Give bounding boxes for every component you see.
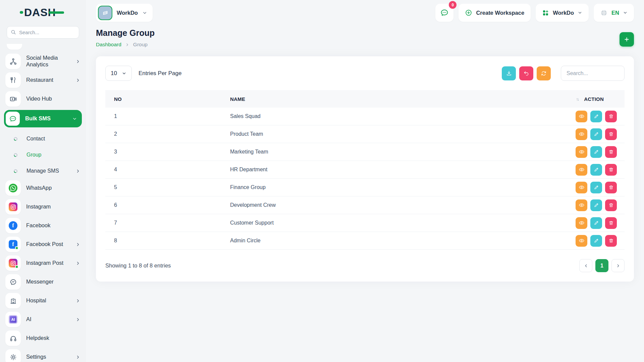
download-icon	[506, 70, 512, 76]
sidebar-item-messenger[interactable]: Messenger	[5, 274, 80, 290]
eye-icon	[579, 149, 585, 155]
sidebar-item-label: WhatsApp	[26, 185, 52, 191]
reset-button[interactable]	[519, 66, 533, 80]
view-button[interactable]	[576, 199, 587, 211]
view-button[interactable]	[576, 146, 587, 158]
scrolled-item-partial	[7, 44, 22, 50]
chevron-down-icon	[623, 10, 628, 15]
row-name: Sales Squad	[230, 113, 552, 119]
edit-button[interactable]	[590, 111, 602, 122]
sidebar-item-label: Contact	[26, 136, 45, 142]
trash-icon	[608, 238, 614, 243]
messages-button[interactable]: 0	[435, 4, 453, 22]
workdo-dropdown[interactable]: WorkDo	[536, 4, 589, 22]
brand-logo[interactable]: DASH	[0, 0, 86, 25]
edit-button[interactable]	[590, 217, 602, 229]
breadcrumb-current: Group	[133, 42, 148, 48]
delete-button[interactable]	[605, 111, 617, 122]
trash-icon	[608, 220, 614, 226]
eye-icon	[579, 167, 585, 173]
export-button[interactable]	[502, 66, 516, 80]
edit-button[interactable]	[590, 146, 602, 158]
edit-button[interactable]	[590, 199, 602, 211]
edit-button[interactable]	[590, 182, 602, 193]
sidebar-item-whatsapp[interactable]: WhatsApp	[5, 180, 80, 196]
entries-summary: Showing 1 to 8 of 8 entries	[105, 262, 171, 269]
breadcrumb-dashboard-link[interactable]: Dashboard	[96, 42, 121, 48]
view-button[interactable]	[576, 182, 587, 193]
delete-button[interactable]	[605, 164, 617, 176]
eye-icon	[579, 113, 585, 119]
view-button[interactable]	[576, 235, 587, 247]
sidebar-search-input[interactable]	[7, 26, 79, 39]
chevron-right-icon	[75, 355, 80, 360]
sidebar-item-label: Group	[26, 152, 41, 158]
sort-icon[interactable]: ↑↓	[576, 97, 578, 102]
delete-button[interactable]	[605, 146, 617, 158]
current-page-button[interactable]: 1	[595, 259, 608, 272]
edit-button[interactable]	[590, 164, 602, 176]
pencil-icon	[594, 131, 599, 137]
delete-button[interactable]	[605, 182, 617, 193]
sidebar-item-label: Social Media Analytics	[26, 55, 72, 68]
column-action: ACTION	[584, 96, 604, 102]
workspace-name: WorkDo	[117, 10, 138, 16]
sidebar-item-bulk-sms[interactable]: Bulk SMS	[4, 110, 82, 127]
notification-badge: 0	[449, 1, 457, 9]
globe-icon	[600, 9, 608, 17]
row-no: 8	[105, 238, 230, 244]
row-name: Product Team	[230, 131, 552, 137]
add-group-button[interactable]	[620, 32, 634, 47]
sidebar-item-instagram[interactable]: Instagram	[5, 199, 80, 215]
sidebar-subitem-contact[interactable]: Contact	[5, 132, 80, 145]
table-header: NO NAME ↑↓ ACTION	[105, 90, 625, 108]
sidebar-item-label: Helpdesk	[26, 335, 49, 342]
sidebar-item-facebook[interactable]: f Facebook	[5, 218, 80, 233]
sidebar-item-instagram-post[interactable]: Instagram Post	[5, 255, 80, 271]
eye-icon	[579, 238, 585, 244]
workspace-selector[interactable]: WorkDo	[96, 4, 153, 22]
view-button[interactable]	[576, 111, 587, 122]
sidebar-subitem-group[interactable]: Group	[5, 148, 80, 162]
table-search-input[interactable]	[561, 66, 625, 81]
entries-per-page-select[interactable]: 10	[105, 66, 132, 81]
sidebar-item-restaurant[interactable]: Restaurant	[5, 72, 80, 88]
grid-plus-icon	[542, 9, 549, 16]
sidebar-item-helpdesk[interactable]: Helpdesk	[5, 330, 80, 346]
sidebar-menu: Social Media Analytics Restaurant Video …	[0, 44, 86, 362]
reload-button[interactable]	[537, 66, 551, 80]
table-row: 8 Admin Circle	[105, 232, 625, 250]
chevron-down-icon	[578, 10, 582, 15]
page-title: Manage Group	[96, 28, 155, 38]
sidebar-subitem-manage-sms[interactable]: Manage SMS	[5, 164, 80, 178]
pencil-icon	[594, 167, 599, 172]
edit-button[interactable]	[590, 235, 602, 247]
sidebar-item-video-hub[interactable]: Video Hub	[5, 91, 80, 107]
entries-label: Entries Per Page	[139, 70, 182, 77]
row-no: 5	[105, 184, 230, 190]
sidebar-item-hospital[interactable]: Hospital	[5, 293, 80, 308]
delete-button[interactable]	[605, 217, 617, 229]
edit-button[interactable]	[590, 128, 602, 140]
view-button[interactable]	[576, 164, 587, 176]
language-dropdown[interactable]: EN	[594, 4, 634, 22]
app-root: DASH Social Media Analytics Restaurant V…	[0, 0, 644, 362]
delete-button[interactable]	[605, 199, 617, 211]
chevron-right-icon	[75, 242, 80, 247]
sidebar-item-facebook-post[interactable]: f Facebook Post	[5, 237, 80, 252]
sidebar-item-ai[interactable]: AI AI	[5, 312, 80, 327]
whatsapp-icon	[5, 180, 21, 196]
delete-button[interactable]	[605, 128, 617, 140]
breadcrumb: Dashboard Group	[96, 42, 155, 48]
previous-page-button[interactable]	[579, 259, 592, 272]
building-icon	[101, 9, 109, 17]
sidebar-item-social-media-analytics[interactable]: Social Media Analytics	[5, 54, 80, 69]
create-workspace-button[interactable]: Create Workspace	[459, 4, 531, 22]
group-table-card: 10 Entries Per Page NO NAME	[96, 56, 634, 282]
sidebar-item-settings[interactable]: Settings	[5, 349, 80, 362]
view-button[interactable]	[576, 128, 587, 140]
delete-button[interactable]	[605, 235, 617, 247]
create-workspace-label: Create Workspace	[476, 10, 524, 16]
view-button[interactable]	[576, 217, 587, 229]
next-page-button[interactable]	[611, 259, 625, 272]
